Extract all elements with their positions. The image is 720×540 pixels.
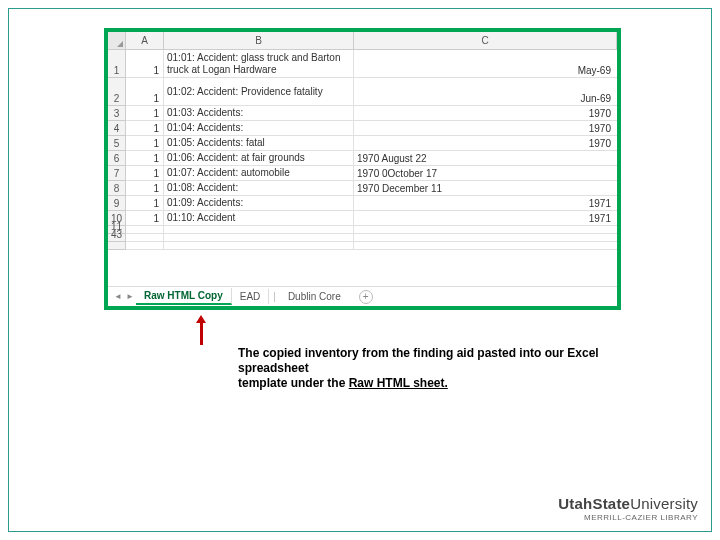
cell[interactable]: 1 (126, 196, 164, 211)
table-row: 43 (108, 234, 617, 242)
cell[interactable]: 1 (126, 50, 164, 78)
cell[interactable]: 01:07: Accident: automobile (164, 166, 354, 181)
cell[interactable]: 1970 (474, 136, 617, 151)
cell[interactable] (474, 226, 617, 234)
cell[interactable] (474, 151, 617, 166)
table-row: 6 1 01:06: Accident: at fair grounds 197… (108, 151, 617, 166)
select-all-corner[interactable] (108, 32, 126, 50)
cell[interactable]: 1970 0October 17 (354, 166, 474, 181)
cell[interactable] (126, 234, 164, 242)
cell[interactable] (354, 196, 474, 211)
cell[interactable]: 1 (126, 211, 164, 226)
grid-rows: 1 1 01:01: Accident: glass truck and Bar… (108, 50, 617, 286)
cell[interactable] (474, 166, 617, 181)
cell[interactable]: 1 (126, 166, 164, 181)
cell[interactable]: 1 (126, 78, 164, 106)
brand-library: MERRILL-CAZIER LIBRARY (558, 513, 698, 522)
cell[interactable]: 01:01: Accident: glass truck and Barton … (164, 50, 354, 78)
cell[interactable] (354, 121, 474, 136)
cell[interactable] (354, 211, 474, 226)
cell[interactable]: 01:03: Accidents: (164, 106, 354, 121)
cell[interactable] (354, 106, 474, 121)
table-row: 9 1 01:09: Accidents: 1971 (108, 196, 617, 211)
caption-text: The copied inventory from the finding ai… (238, 346, 638, 391)
cell[interactable]: 01:08: Accident: (164, 181, 354, 196)
cell[interactable] (474, 181, 617, 196)
cell[interactable]: Jun-69 (474, 78, 617, 106)
cell[interactable]: 1 (126, 181, 164, 196)
row-header[interactable]: 5 (108, 136, 126, 151)
table-row: 7 1 01:07: Accident: automobile 1970 0Oc… (108, 166, 617, 181)
cell[interactable] (126, 226, 164, 234)
brand-university: UtahStateUniversity (558, 495, 698, 512)
cell[interactable]: 01:02: Accident: Providence fatality (164, 78, 354, 106)
cell[interactable]: 01:06: Accident: at fair grounds (164, 151, 354, 166)
table-row: 10 1 01:10: Accident 1971 (108, 211, 617, 226)
table-row: 4 1 01:04: Accidents: 1970 (108, 121, 617, 136)
excel-screenshot: A B C 1 1 01:01: Accident: glass truck a… (104, 28, 621, 310)
cell[interactable] (354, 226, 474, 234)
cell[interactable]: 1 (126, 151, 164, 166)
tab-separator: | (269, 291, 280, 302)
table-row: 2 1 01:02: Accident: Providence fatality… (108, 78, 617, 106)
column-headers: A B C (108, 32, 617, 50)
cell[interactable] (126, 242, 164, 250)
cell[interactable]: 01:04: Accidents: (164, 121, 354, 136)
col-header-a[interactable]: A (126, 32, 164, 50)
row-header[interactable]: 9 (108, 196, 126, 211)
cell[interactable]: 1970 August 22 (354, 151, 474, 166)
cell[interactable]: 1 (126, 121, 164, 136)
row-header[interactable]: 3 (108, 106, 126, 121)
cell[interactable]: 1 (126, 106, 164, 121)
col-header-b[interactable]: B (164, 32, 354, 50)
cell[interactable]: 1970 (474, 106, 617, 121)
tab-dublin-core[interactable]: Dublin Core (280, 289, 349, 304)
cell[interactable] (474, 234, 617, 242)
cell[interactable] (354, 78, 474, 106)
table-row: 3 1 01:03: Accidents: 1970 (108, 106, 617, 121)
cell[interactable]: 1970 December 11 (354, 181, 474, 196)
row-header[interactable]: 8 (108, 181, 126, 196)
table-row: 11 (108, 226, 617, 234)
cell[interactable] (354, 242, 474, 250)
cell[interactable]: May-69 (474, 50, 617, 78)
caption-sheet-name: Raw HTML sheet. (349, 376, 448, 390)
row-header[interactable]: 7 (108, 166, 126, 181)
cell[interactable]: 1970 (474, 121, 617, 136)
row-header[interactable] (108, 242, 126, 250)
tab-prev-icon[interactable]: ◄ (112, 292, 124, 301)
cell[interactable] (354, 136, 474, 151)
cell[interactable]: 1971 (474, 211, 617, 226)
row-header[interactable]: 4 (108, 121, 126, 136)
caption-line2a: template under the (238, 376, 349, 390)
cell[interactable] (354, 234, 474, 242)
cell[interactable]: 1971 (474, 196, 617, 211)
cell[interactable]: 01:10: Accident (164, 211, 354, 226)
callout-arrow (198, 315, 204, 345)
cell[interactable] (164, 242, 354, 250)
cell[interactable]: 01:09: Accidents: (164, 196, 354, 211)
row-header[interactable]: 2 (108, 78, 126, 106)
cell[interactable]: 01:05: Accidents: fatal (164, 136, 354, 151)
sheet-tabs: ◄ ► Raw HTML Copy EAD | Dublin Core + (108, 286, 617, 306)
table-row: 5 1 01:05: Accidents: fatal 1970 (108, 136, 617, 151)
cell[interactable] (164, 226, 354, 234)
add-sheet-icon[interactable]: + (359, 290, 373, 304)
tab-ead[interactable]: EAD (232, 289, 270, 304)
table-row: 8 1 01:08: Accident: 1970 December 11 (108, 181, 617, 196)
col-header-c[interactable]: C (354, 32, 617, 50)
row-header[interactable]: 43 (108, 234, 126, 242)
table-row (108, 242, 617, 250)
branding: UtahStateUniversity MERRILL-CAZIER LIBRA… (558, 495, 698, 522)
row-header[interactable]: 6 (108, 151, 126, 166)
caption-line1: The copied inventory from the finding ai… (238, 346, 599, 375)
cell[interactable]: 1 (126, 136, 164, 151)
tab-raw-html-copy[interactable]: Raw HTML Copy (136, 288, 232, 305)
cell[interactable] (164, 234, 354, 242)
cell[interactable] (354, 50, 474, 78)
table-row: 1 1 01:01: Accident: glass truck and Bar… (108, 50, 617, 78)
row-header[interactable]: 1 (108, 50, 126, 78)
tab-next-icon[interactable]: ► (124, 292, 136, 301)
cell[interactable] (474, 242, 617, 250)
